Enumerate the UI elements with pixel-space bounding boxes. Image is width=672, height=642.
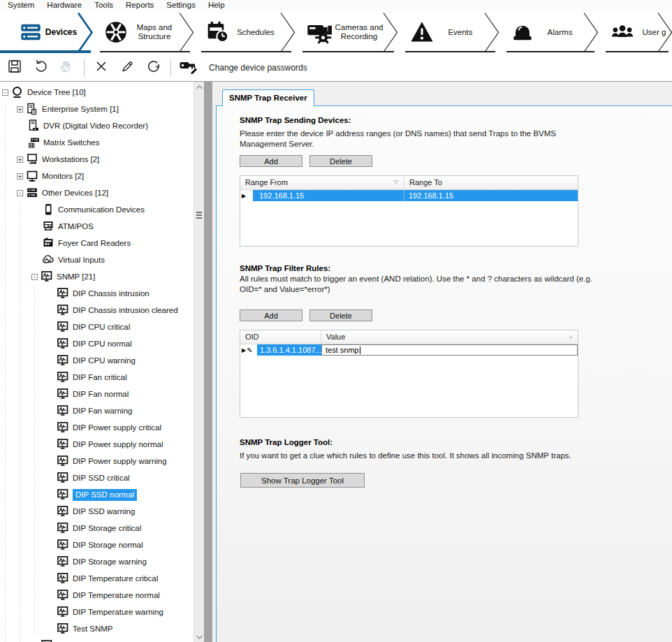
show-trap-logger-button[interactable]: Show Trap Logger Tool — [240, 473, 365, 488]
panel-splitter[interactable] — [204, 82, 212, 642]
tree-item-dip-ssd-critical[interactable]: DIP SSD critical — [0, 469, 193, 486]
column-header-oid[interactable]: OID — [240, 330, 321, 344]
refresh-button[interactable] — [143, 57, 163, 78]
tab-devices[interactable]: Devices — [0, 10, 93, 54]
tree-item-dip-ssd-warning[interactable]: DIP SSD warning — [0, 503, 193, 520]
expand-expander-icon[interactable]: + — [17, 173, 23, 180]
column-header-range-from[interactable]: Range From▽ — [240, 176, 404, 189]
tree-item-workstations-2[interactable]: +Workstations [2] — [0, 151, 193, 168]
tree-item-snmp-21[interactable]: -SNMP [21] — [0, 268, 193, 285]
tree-item-dip-storage-warning[interactable]: DIP Storage warning — [0, 553, 193, 570]
row-selector-arrow-icon: ▶ — [240, 190, 253, 201]
tree-item-label: SNMP [21] — [57, 272, 95, 281]
tree-item-dip-power-supply-critical[interactable]: DIP Power supply critical — [0, 419, 193, 436]
collapse-expander-icon[interactable]: - — [2, 89, 8, 96]
tree-item-dip-storage-normal[interactable]: DIP Storage normal — [0, 537, 193, 553]
save-button[interactable] — [4, 57, 25, 78]
tree-item-dip-power-supply-normal[interactable]: DIP Power supply normal — [0, 436, 193, 453]
delete-button[interactable] — [91, 57, 112, 78]
tree-item-dip-ssd-normal[interactable]: DIP SSD normal — [0, 486, 193, 503]
tree-item-dip-fan-critical[interactable]: DIP Fan critical — [0, 369, 193, 386]
alarms-icon — [510, 21, 535, 43]
tab-cameras-recording[interactable]: Cameras and Recording — [295, 10, 398, 54]
menu-tools[interactable]: Tools — [88, 0, 119, 10]
tree-item-dip-chassis-intrusion-cleared[interactable]: DIP Chassis intrusion cleared — [0, 302, 193, 319]
value-cell-editor[interactable]: test snmp — [321, 344, 578, 356]
tab-events[interactable]: Events — [398, 10, 499, 54]
snmp-icon — [41, 270, 53, 283]
device-tree-icon — [11, 86, 24, 99]
tree-item-dip-temperature-critical[interactable]: DIP Temperature critical — [0, 570, 193, 587]
tree-item-virtual-inputs[interactable]: Virtual Inputs — [0, 251, 193, 268]
menu-system[interactable]: System — [1, 0, 41, 10]
collapse-expander-icon[interactable]: - — [17, 190, 23, 196]
collapse-expander-icon[interactable]: - — [31, 274, 38, 280]
tree-item-label: Test SNMP — [73, 625, 113, 633]
scroll-down-button[interactable] — [194, 632, 204, 642]
filter-delete-button[interactable]: Delete — [309, 309, 372, 321]
tree-item-test-snmp[interactable]: Test SNMP — [0, 620, 193, 637]
atm-pos-icon — [42, 220, 54, 233]
tab-snmp-trap-receiver[interactable]: SNMP Trap Receiver — [222, 89, 314, 106]
column-header-value[interactable]: Value▵ — [321, 330, 578, 344]
tree-item-dip-fan-warning[interactable]: DIP Fan warning — [0, 402, 193, 419]
tree-item-foyer-card-readers[interactable]: Foyer Card Readers — [0, 235, 193, 251]
hand-icon — [59, 59, 74, 77]
sending-add-button[interactable]: Add — [240, 155, 302, 167]
tab-alarms[interactable]: Alarms — [499, 10, 599, 54]
tree-item-dip-temperature-normal[interactable]: DIP Temperature normal — [0, 587, 193, 604]
tab-schedules[interactable]: Schedules — [194, 10, 295, 54]
configuration-area: SNMP Trap Receiver SNMP Trap Sending Dev… — [212, 82, 672, 642]
filter-add-button[interactable]: Add — [240, 309, 302, 321]
expand-expander-icon[interactable]: + — [17, 106, 23, 112]
tree-item-enterprise-system-1[interactable]: +Enterprise System [1] — [0, 101, 193, 117]
refresh-icon — [145, 59, 161, 77]
tree-item-dip-cpu-critical[interactable]: DIP CPU critical — [0, 319, 193, 335]
snmp-icon — [57, 304, 69, 316]
tab-maps-structure[interactable]: Maps and Structure — [93, 10, 194, 54]
tree-item-dip-storage-critical[interactable]: DIP Storage critical — [0, 520, 193, 537]
menu-help[interactable]: Help — [202, 0, 231, 10]
tree-item-dvr-digital-video-recorder[interactable]: DVR (Digital Video Recorder) — [0, 117, 193, 134]
pan-button[interactable] — [56, 57, 77, 78]
expand-expander-icon[interactable]: + — [17, 156, 23, 163]
change-device-passwords-button[interactable] — [177, 57, 201, 78]
main-tab-bar: DevicesMaps and StructureSchedulesCamera… — [0, 10, 672, 54]
tree-item-dip-power-supply-warning[interactable]: DIP Power supply warning — [0, 453, 193, 469]
tree-item-dip-cpu-normal[interactable]: DIP CPU normal — [0, 335, 193, 352]
filter-rule-row[interactable]: ▶✎1.3.6.1.4.1.1087...test snmp — [240, 344, 578, 356]
tree-scrollbar[interactable] — [193, 82, 204, 642]
sending-delete-button[interactable]: Delete — [309, 155, 372, 167]
tree-item-communication-devices[interactable]: Communication Devices — [0, 201, 193, 218]
range-to-cell[interactable]: 192.168.1.15 — [404, 190, 578, 201]
column-header-range-to[interactable]: Range To — [404, 176, 578, 189]
tree-item-device-tree-10[interactable]: -Device Tree [10] — [0, 84, 193, 101]
tree-item-partial[interactable]: + — [0, 637, 193, 642]
menu-hardware[interactable]: Hardware — [41, 0, 88, 10]
tab-user-groups[interactable]: User g — [599, 10, 672, 54]
undo-button[interactable] — [30, 57, 51, 78]
tree-item-other-devices-12[interactable]: -Other Devices [12] — [0, 184, 193, 201]
scrollbar-thumb[interactable] — [196, 212, 202, 220]
matrix-switches-icon — [27, 136, 40, 149]
range-from-cell[interactable]: 192.168.1.15 — [253, 190, 404, 201]
menu-reports[interactable]: Reports — [119, 0, 160, 10]
tree-item-dip-cpu-warning[interactable]: DIP CPU warning — [0, 352, 193, 369]
tree-item-label: DIP SSD critical — [73, 474, 130, 482]
toolbar: Change device passwords — [0, 54, 672, 82]
menu-settings[interactable]: Settings — [160, 0, 202, 10]
cameras-recording-icon — [306, 20, 334, 44]
tree-item-dip-fan-normal[interactable]: DIP Fan normal — [0, 386, 193, 402]
edit-button[interactable] — [117, 57, 138, 78]
tree-item-monitors-2[interactable]: +Monitors [2] — [0, 168, 193, 184]
tab-underline — [506, 51, 594, 52]
oid-cell[interactable]: 1.3.6.1.4.1.1087... — [257, 344, 321, 356]
tree-item-dip-chassis-intrusion[interactable]: DIP Chassis intrusion — [0, 285, 193, 302]
tree-item-matrix-switches[interactable]: Matrix Switches — [0, 134, 193, 151]
range-table-row[interactable]: ▶192.168.1.15192.168.1.15 — [240, 190, 578, 201]
scroll-up-button[interactable] — [194, 82, 204, 92]
tree-item-atmpos[interactable]: ATM/POS — [0, 218, 193, 235]
tree-item-dip-temperature-warning[interactable]: DIP Temperature warning — [0, 604, 193, 620]
filter-rules-title: SNMP Trap Filter Rules: — [240, 264, 330, 272]
snmp-icon — [57, 404, 69, 417]
